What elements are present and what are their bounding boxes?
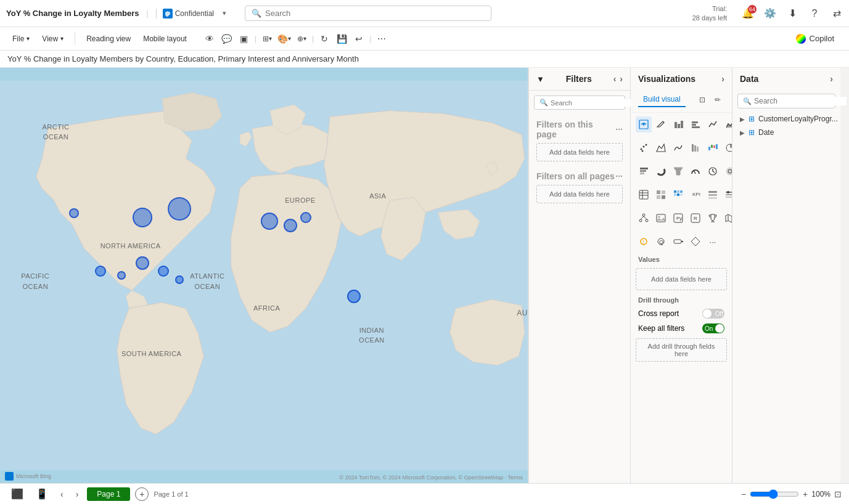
viz-toolbar-icon1[interactable]: ⊡ — [695, 93, 709, 107]
tab-build-visual[interactable]: Build visual — [638, 92, 686, 107]
bubble-europe1[interactable] — [261, 213, 278, 230]
viz-bar-btn[interactable] — [670, 116, 686, 132]
viz-decomp-btn[interactable] — [636, 210, 652, 226]
settings-button[interactable]: ⚙️ — [764, 7, 776, 20]
desktop-view-button[interactable]: ⬛ — [7, 487, 27, 501]
bubble-south3[interactable] — [136, 256, 149, 270]
bubble-nw[interactable] — [69, 208, 79, 218]
viz-slicer-btn[interactable] — [722, 187, 732, 203]
filters-all-ellipsis[interactable]: ··· — [615, 171, 623, 181]
viz-table-btn[interactable] — [636, 187, 652, 203]
phone-view-button[interactable]: 📱 — [32, 487, 52, 501]
refresh-button[interactable]: ↻ — [316, 31, 332, 47]
binoculars-button[interactable]: 👁 — [202, 31, 218, 47]
viz-more-btn[interactable]: ··· — [705, 234, 721, 250]
viz-funnel-btn[interactable] — [670, 163, 686, 179]
viz-r-btn[interactable]: R — [687, 210, 703, 226]
viz-line-btn[interactable] — [705, 116, 721, 132]
viz-gauge-btn[interactable] — [687, 163, 703, 179]
map-canvas[interactable]: NORTH AMERICA SOUTH AMERICA EUROPE AFRIC… — [0, 68, 528, 483]
data-tree-item-customer[interactable]: ▶ ⊞ CustomerLoyaltyProgr... — [732, 112, 840, 126]
view-menu[interactable]: View ▾ — [37, 32, 68, 46]
cross-report-toggle[interactable]: Off — [702, 309, 724, 319]
bubble-europe3[interactable] — [300, 212, 311, 223]
insert2-button[interactable]: ⊕ ▾ — [293, 31, 310, 47]
filters-all-add-box[interactable]: Add data fields here — [536, 185, 623, 203]
viz-qa-btn[interactable]: Q — [653, 234, 669, 250]
viz-pie-btn[interactable] — [722, 140, 732, 156]
undo-button[interactable]: ↩ — [351, 31, 367, 47]
viz-donut-btn[interactable] — [653, 163, 669, 179]
viz-scatter-btn[interactable] — [636, 140, 652, 156]
bubble-south1[interactable] — [95, 266, 106, 277]
viz-waterfall-btn[interactable] — [705, 140, 721, 156]
viz-toolbar-icon2[interactable]: ✏ — [711, 93, 724, 107]
viz-ribbon-btn[interactable] — [687, 140, 703, 156]
viz-mountain-btn[interactable] — [653, 140, 669, 156]
filters-page-ellipsis[interactable]: ··· — [615, 124, 623, 134]
format-button[interactable]: 🎨 ▾ — [276, 31, 292, 47]
insert-button[interactable]: ⊞ ▾ — [259, 31, 275, 47]
comment-button[interactable]: 💬 — [219, 31, 235, 47]
notifications-button[interactable]: 🔔 64 — [742, 7, 754, 20]
page-prev-button[interactable]: ‹ — [57, 488, 67, 500]
bubble-usa1[interactable] — [133, 208, 152, 227]
viz-expand-icon[interactable]: › — [721, 74, 724, 84]
filters-search[interactable]: 🔍 — [534, 96, 625, 110]
viz-smart-btn[interactable]: ! — [636, 234, 652, 250]
keep-all-toggle[interactable]: On — [702, 323, 724, 333]
bubble-usa2[interactable] — [168, 197, 191, 221]
viz-hbar-btn[interactable] — [687, 116, 703, 132]
page-next-button[interactable]: › — [72, 488, 83, 500]
page-1-tab[interactable]: Page 1 — [87, 487, 130, 501]
zoom-out-button[interactable]: − — [741, 489, 746, 499]
copilot-button[interactable]: Copilot — [789, 31, 842, 46]
viz-image-btn[interactable] — [653, 210, 669, 226]
viz-paint-btn[interactable] — [670, 234, 686, 250]
text-box-button[interactable]: ▣ — [236, 31, 252, 47]
viz-diamond-btn[interactable] — [687, 234, 703, 250]
filters-forward-icon[interactable]: › — [620, 74, 623, 84]
viz-multirow-btn[interactable] — [705, 187, 721, 203]
help-button[interactable]: ? — [808, 7, 821, 20]
share-button[interactable]: ⇄ — [831, 7, 843, 20]
bubble-south2[interactable] — [117, 271, 126, 280]
filter-search-input[interactable] — [551, 99, 636, 107]
viz-donut2-btn[interactable] — [722, 163, 732, 179]
bubble-south5[interactable] — [175, 275, 184, 284]
file-menu[interactable]: File ▾ — [7, 32, 35, 46]
viz-kpi-btn[interactable]: KPI — [687, 187, 703, 203]
values-add-box[interactable]: Add data fields here — [636, 268, 727, 290]
zoom-slider[interactable] — [750, 489, 799, 499]
viz-map2-btn[interactable] — [722, 210, 732, 226]
filters-page-add-box[interactable]: Add data fields here — [536, 143, 623, 161]
viz-clock-btn[interactable] — [705, 163, 721, 179]
mobile-layout-button[interactable]: Mobile layout — [138, 32, 192, 46]
viz-sline-btn[interactable] — [670, 140, 686, 156]
viz-map-btn[interactable] — [636, 116, 652, 132]
drill-add-box[interactable]: Add drill through fields here — [636, 338, 727, 362]
data-search[interactable]: 🔍 — [737, 94, 835, 108]
viz-custom-btn[interactable]: Py — [670, 210, 686, 226]
viz-area-btn[interactable] — [722, 116, 732, 132]
viz-heatmap-btn[interactable] — [670, 187, 686, 203]
viz-trophy-btn[interactable] — [705, 210, 721, 226]
reading-view-button[interactable]: Reading view — [81, 32, 136, 46]
topbar-search[interactable]: 🔍 — [245, 6, 491, 21]
download-button[interactable]: ⬇ — [786, 7, 798, 20]
filters-back-icon[interactable]: ‹ — [613, 74, 617, 84]
dropdown-arrow-icon[interactable]: ▾ — [223, 9, 226, 17]
viz-pencil-btn[interactable] — [653, 116, 669, 132]
data-search-input[interactable] — [754, 97, 847, 105]
data-tree-item-date[interactable]: ▶ ⊞ Date — [732, 126, 840, 139]
bubble-asia[interactable] — [347, 290, 361, 303]
viz-stacked-btn[interactable] — [636, 163, 652, 179]
more-button[interactable]: ⋯ — [374, 31, 390, 47]
search-input[interactable] — [265, 9, 485, 18]
add-page-button[interactable]: + — [135, 487, 149, 501]
bubble-europe2[interactable] — [284, 219, 297, 232]
save-button[interactable]: 💾 — [334, 31, 350, 47]
viz-matrix-btn[interactable] — [653, 187, 669, 203]
data-expand-icon[interactable]: › — [830, 74, 833, 84]
zoom-in-button[interactable]: + — [803, 489, 808, 499]
